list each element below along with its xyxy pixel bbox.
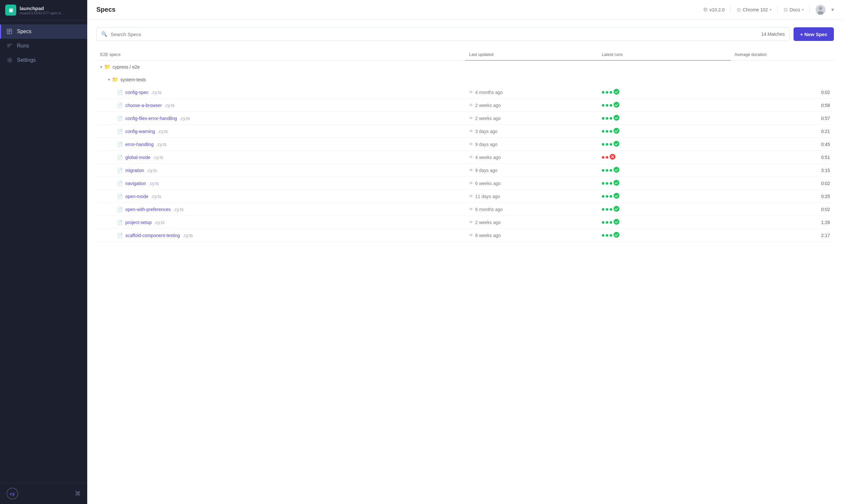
table-row[interactable]: 📄 open-with-preferences.cy.ts 👁6 months … (96, 203, 834, 216)
sidebar-title-group: launchpad muaz/CLOUD-577-spec-li... (19, 5, 64, 15)
spec-name-link[interactable]: config-spec (125, 90, 149, 95)
spec-ext: .cy.ts (180, 116, 190, 121)
spec-ext: .cy.ts (165, 103, 175, 108)
run-dot-green (609, 221, 612, 224)
run-dot-green (606, 91, 608, 94)
svg-rect-1 (8, 30, 11, 31)
table-row[interactable]: 📄 navigation.cy.ts 👁6 weeks ago0:02 (96, 177, 834, 190)
app-subtitle: muaz/CLOUD-577-spec-li... (19, 11, 64, 15)
browser-badge[interactable]: ⊙ Chrome 102 ▾ (737, 6, 771, 13)
spec-name-link[interactable]: scaffold-component-testing (125, 233, 180, 238)
svg-point-19 (614, 193, 619, 199)
cy-logo[interactable]: cy (6, 488, 18, 500)
last-updated-cell: 👁4 months ago (469, 90, 594, 95)
app-logo: ▣ (5, 4, 16, 16)
folder-row[interactable]: ▾ 📁 cypress / e2e (96, 60, 834, 73)
runs-cell (602, 206, 727, 213)
run-dot-green (602, 221, 604, 224)
last-updated-cell: 👁4 weeks ago (469, 155, 594, 160)
sidebar-item-settings-label: Settings (17, 57, 36, 63)
eye-icon: 👁 (469, 194, 473, 199)
table-row[interactable]: 📄 config-spec.cy.ts 👁4 months ago0:02 (96, 86, 834, 99)
duration-cell: 0:58 (731, 99, 834, 112)
search-icon: 🔍 (101, 31, 107, 37)
version-badge[interactable]: ⚙ v10.2.0 (703, 6, 724, 13)
browser-label: Chrome 102 (743, 7, 768, 12)
duration-cell: 0:21 (731, 125, 834, 138)
divider-2 (777, 6, 778, 13)
spec-name-link[interactable]: migration (125, 168, 144, 173)
table-row[interactable]: 📄 scaffold-component-testing.cy.ts 👁8 we… (96, 229, 834, 242)
last-updated-text: 6 weeks ago (475, 181, 501, 186)
spec-file-icon: 📄 (117, 220, 123, 225)
sidebar-item-specs[interactable]: Specs (0, 24, 87, 39)
eye-icon: 👁 (469, 142, 473, 147)
run-dot-green (609, 91, 612, 94)
table-row[interactable]: 📄 open-mode.cy.ts 👁11 days ago0:25 (96, 190, 834, 203)
spec-name-link[interactable]: open-with-preferences (125, 207, 171, 212)
subfolder-row[interactable]: ▾ 📁 system-tests (96, 73, 834, 86)
run-dot-green (602, 169, 604, 172)
run-dot-green (609, 234, 612, 237)
spec-name-link[interactable]: config-files-error-handling (125, 116, 177, 121)
status-badge (614, 180, 619, 187)
eye-icon: 👁 (469, 103, 473, 108)
docs-chevron: ▾ (802, 8, 804, 12)
table-row[interactable]: 📄 global-mode.cy.ts 👁4 weeks ago0:51 (96, 151, 834, 164)
run-dot-red (602, 156, 604, 159)
new-spec-button[interactable]: + New Spec (793, 27, 834, 41)
settings-icon (6, 57, 13, 64)
duration-cell: 0:25 (731, 190, 834, 203)
table-row[interactable]: 📄 choose-a-browser.cy.ts 👁2 weeks ago0:5… (96, 99, 834, 112)
table-row[interactable]: 📄 error-handling.cy.ts 👁9 days ago0:45 (96, 138, 834, 151)
sidebar-footer: cy ⌘ (0, 483, 87, 504)
run-dot-green (602, 208, 604, 211)
run-dot-green (609, 169, 612, 172)
main-content: Specs ⚙ v10.2.0 ⊙ Chrome 102 ▾ ⊙ Docs ▾ (87, 0, 843, 504)
spec-name-link[interactable]: open-mode (125, 194, 149, 199)
spec-name-link[interactable]: config-warning (125, 129, 155, 134)
spec-name-link[interactable]: navigation (125, 181, 146, 186)
eye-icon: 👁 (469, 233, 473, 238)
run-dot-green (606, 234, 608, 237)
table-row[interactable]: 📄 config-files-error-handling.cy.ts 👁2 w… (96, 112, 834, 125)
header-runs: Latest runs (598, 49, 731, 60)
run-dot-green (602, 104, 604, 107)
spec-name-link[interactable]: project-setup (125, 220, 152, 225)
sidebar-item-runs[interactable]: Runs (0, 39, 87, 53)
spec-file-icon: 📄 (117, 129, 123, 134)
spec-file-icon: 📄 (117, 103, 123, 108)
duration-cell: 1:26 (731, 216, 834, 229)
sidebar-item-settings[interactable]: Settings (0, 53, 87, 67)
eye-icon: 👁 (469, 181, 473, 186)
spec-ext: .cy.ts (154, 220, 165, 225)
search-input[interactable] (111, 32, 758, 37)
last-updated-text: 2 weeks ago (475, 116, 501, 121)
docs-label: Docs (790, 7, 800, 12)
eye-icon: 👁 (469, 207, 473, 212)
header-duration: Average duration (731, 49, 834, 60)
run-dot-green (606, 117, 608, 120)
eye-icon: 👁 (469, 220, 473, 225)
status-badge (609, 154, 616, 161)
docs-badge[interactable]: ⊙ Docs ▾ (784, 6, 804, 13)
spec-name-link[interactable]: error-handling (125, 142, 154, 147)
spec-name-link[interactable]: global-mode (125, 155, 150, 160)
svg-point-14 (614, 128, 619, 133)
table-row[interactable]: 📄 migration.cy.ts 👁9 days ago3:15 (96, 164, 834, 177)
spec-ext: .cy.ts (156, 142, 167, 147)
table-row[interactable]: 📄 project-setup.cy.ts 👁2 weeks ago1:26 (96, 216, 834, 229)
run-dot-green (602, 117, 604, 120)
table-row[interactable]: 📄 config-warning.cy.ts 👁3 days ago0:21 (96, 125, 834, 138)
browser-chevron: ▾ (770, 8, 771, 12)
user-avatar[interactable] (816, 5, 825, 15)
spec-file-icon: 📄 (117, 194, 123, 199)
keyboard-icon[interactable]: ⌘ (75, 490, 81, 497)
spec-ext: .cy.ts (153, 155, 164, 160)
last-updated-text: 2 weeks ago (475, 220, 501, 225)
run-dot-red (606, 156, 608, 159)
search-box: 🔍 14 Matches (96, 27, 790, 41)
runs-cell (602, 180, 727, 187)
folder-name: cypress / e2e (113, 65, 140, 70)
spec-name-link[interactable]: choose-a-browser (125, 103, 162, 108)
